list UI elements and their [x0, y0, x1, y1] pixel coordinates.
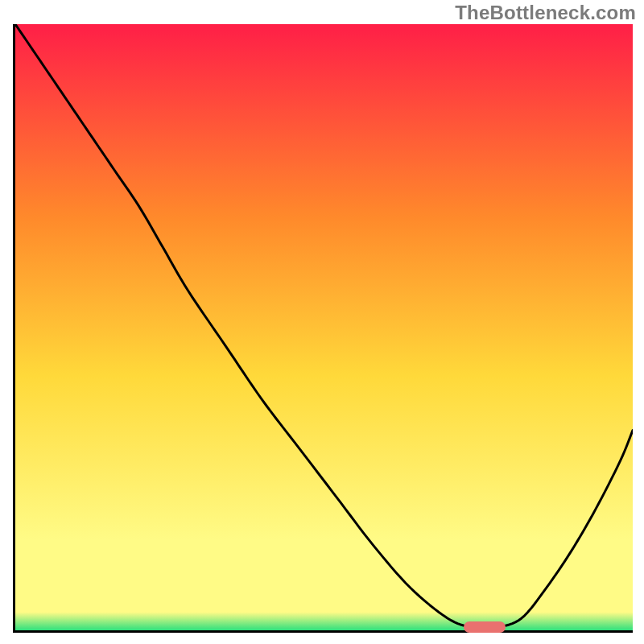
bottleneck-curve — [15, 24, 633, 629]
plot-area — [13, 24, 633, 633]
optimal-marker — [464, 621, 506, 633]
chart-stage: TheBottleneck.com — [0, 0, 644, 644]
plot-inner — [15, 24, 633, 630]
watermark-text: TheBottleneck.com — [455, 2, 636, 24]
curve-layer — [15, 24, 633, 630]
